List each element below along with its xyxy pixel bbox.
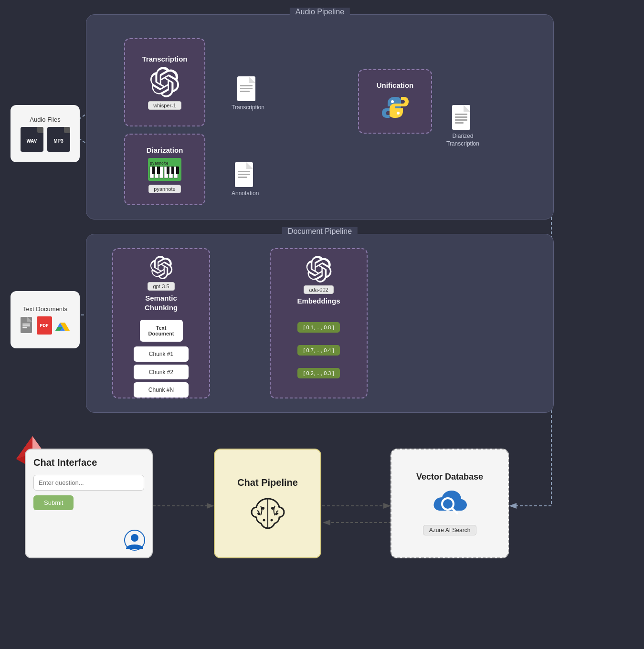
svg-rect-39 bbox=[240, 91, 250, 92]
wav-file-icon: WAV bbox=[21, 127, 43, 152]
diarized-transcription-label: DiarizedTranscription bbox=[446, 133, 479, 147]
chat-interface-box: Chat Interface Submit bbox=[25, 449, 153, 558]
svg-rect-57 bbox=[22, 327, 27, 328]
svg-rect-52 bbox=[455, 122, 464, 124]
vector-1: [ 0.1, ..., 0.8 ] bbox=[297, 322, 339, 333]
svg-point-71 bbox=[258, 513, 260, 515]
unification-title: Unification bbox=[377, 81, 414, 89]
doc-pipeline-wrapper: Document Pipeline gpt-3.5 SemanticChunki… bbox=[86, 234, 554, 413]
brain-icon bbox=[249, 494, 287, 530]
audio-files-label: Audio Files bbox=[30, 116, 60, 123]
python-logo bbox=[381, 93, 410, 122]
svg-rect-37 bbox=[240, 85, 253, 86]
vector-3: [ 0.2, ..., 0.3 ] bbox=[297, 368, 339, 378]
annotation-doc-label: Annotation bbox=[232, 190, 259, 197]
svg-point-67 bbox=[131, 534, 138, 542]
doc-pipeline-label: Document Pipeline bbox=[282, 227, 358, 236]
svg-rect-31 bbox=[157, 167, 160, 174]
svg-point-45 bbox=[391, 100, 394, 103]
text-document-box: TextDocument bbox=[140, 320, 183, 342]
chunk-n-box: Chunk #N bbox=[134, 382, 189, 398]
annotation-doc-icon: Annotation bbox=[232, 162, 259, 197]
openai-logo-transcription bbox=[149, 67, 180, 97]
chat-question-input[interactable] bbox=[33, 475, 144, 491]
svg-rect-43 bbox=[238, 174, 250, 175]
audio-pipeline-wrapper: Audio Pipeline Transcription whisper-1 D… bbox=[86, 14, 554, 220]
svg-rect-34 bbox=[176, 167, 179, 174]
transcription-doc-icon: Transcription bbox=[232, 76, 264, 111]
svg-rect-32 bbox=[167, 167, 169, 174]
transcription-model-badge: whisper-1 bbox=[148, 101, 181, 110]
text-docs-box: Text Documents PDF bbox=[11, 291, 80, 348]
svg-point-73 bbox=[263, 519, 265, 522]
diarization-model-badge: pyannote bbox=[148, 185, 180, 193]
azure-search-icon bbox=[431, 487, 469, 520]
svg-rect-33 bbox=[171, 167, 174, 174]
svg-point-72 bbox=[275, 513, 277, 515]
svg-rect-56 bbox=[22, 325, 30, 326]
openai-logo-embeddings bbox=[306, 256, 332, 283]
svg-rect-38 bbox=[240, 88, 253, 89]
text-docs-label: Text Documents bbox=[23, 305, 67, 313]
audio-files-box: Audio Files WAV MP3 bbox=[11, 105, 80, 162]
unification-box: Unification bbox=[358, 69, 432, 134]
svg-rect-49 bbox=[455, 114, 467, 115]
azure-ai-search-badge: Azure AI Search bbox=[423, 525, 477, 535]
svg-point-70 bbox=[271, 507, 274, 510]
vector-database-box: Vector Database Azure AI Search bbox=[391, 449, 509, 558]
mp3-file-icon: MP3 bbox=[47, 127, 70, 152]
vector-db-title: Vector Database bbox=[416, 472, 483, 482]
svg-rect-44 bbox=[238, 177, 247, 178]
embeddings-model-badge: ada-002 bbox=[304, 285, 333, 294]
svg-rect-26 bbox=[159, 167, 163, 178]
chat-pipeline-title: Chat Pipeline bbox=[237, 477, 298, 488]
submit-button[interactable]: Submit bbox=[33, 495, 74, 510]
embeddings-box: ada-002 Embeddings [ 0.1, ..., 0.8 ] [ 0… bbox=[270, 248, 368, 398]
svg-rect-51 bbox=[455, 119, 467, 121]
diarization-box: Diarization pyannote pyannote bbox=[124, 134, 205, 205]
semantic-title: SemanticChunking bbox=[145, 293, 178, 312]
plain-doc-icon bbox=[21, 317, 34, 334]
svg-point-69 bbox=[262, 507, 264, 510]
embeddings-title: Embeddings bbox=[297, 297, 340, 305]
transcription-title: Transcription bbox=[142, 55, 187, 63]
diarized-transcription-doc: DiarizedTranscription bbox=[446, 105, 479, 147]
user-avatar-icon bbox=[124, 530, 145, 551]
svg-rect-42 bbox=[238, 171, 250, 172]
svg-point-46 bbox=[397, 112, 400, 115]
vector-2: [ 0.7, ..., 0.4 ] bbox=[297, 345, 339, 356]
semantic-chunking-box: gpt-3.5 SemanticChunking TextDocument Ch… bbox=[112, 248, 210, 398]
transcription-doc-label: Transcription bbox=[232, 104, 264, 111]
chunk-1-box: Chunk #1 bbox=[134, 346, 189, 362]
chat-interface-title: Chat Interface bbox=[33, 457, 144, 468]
audio-pipeline-label: Audio Pipeline bbox=[290, 8, 350, 16]
svg-point-74 bbox=[270, 519, 273, 522]
chunk-2-box: Chunk #2 bbox=[134, 365, 189, 380]
svg-rect-30 bbox=[152, 167, 155, 174]
transcription-box: Transcription whisper-1 bbox=[124, 38, 205, 126]
svg-rect-53 bbox=[21, 317, 32, 333]
svg-rect-50 bbox=[455, 116, 467, 118]
semantic-model-badge: gpt-3.5 bbox=[148, 282, 174, 291]
openai-logo-semantic bbox=[148, 256, 175, 279]
pyannote-logo: pyannote bbox=[148, 158, 181, 181]
diarization-title: Diarization bbox=[147, 146, 183, 154]
google-drive-icon bbox=[55, 318, 70, 333]
svg-text:pyannote: pyannote bbox=[150, 161, 169, 166]
svg-rect-55 bbox=[22, 324, 30, 324]
chat-pipeline-box: Chat Pipeline bbox=[214, 449, 321, 558]
pdf-icon: PDF bbox=[37, 316, 52, 335]
